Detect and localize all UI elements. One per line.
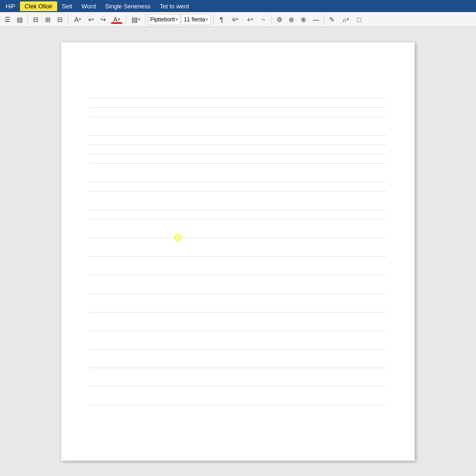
doc-line-3 — [89, 117, 387, 117]
settings4-button[interactable]: — — [310, 14, 321, 25]
align-left-icon: ▤ — [17, 16, 23, 23]
unknown1-button[interactable]: ⊟ — [54, 14, 66, 25]
doc-line-5 — [89, 145, 387, 145]
doc-line-10 — [89, 210, 387, 210]
toolbar: ☰▤⊟⊞⊟A▾↩↪A▾▤▾Piptieborlt▾11 fienta▾¶≡▾+▾… — [0, 12, 476, 27]
bullet-list-icon: ☰ — [5, 16, 11, 23]
save-button[interactable]: ⊞ — [42, 14, 53, 25]
settings4-icon: — — [312, 16, 319, 23]
font-name-label: Piptieborlt — [150, 16, 175, 23]
toolbar-separator-1 — [68, 15, 68, 24]
highlight-button[interactable]: A▾ — [110, 14, 124, 25]
doc-line-6 — [89, 154, 387, 154]
search-button[interactable]: ⌕▾ — [338, 14, 352, 25]
doc-line-9 — [89, 191, 387, 192]
text-style-icon: A — [74, 16, 79, 23]
dropdown-arrow: ▾ — [79, 17, 81, 21]
toolbar-separator-3 — [145, 15, 145, 24]
paragraph-button[interactable]: ¶ — [216, 14, 227, 25]
redo-button[interactable]: ↪ — [98, 14, 109, 25]
settings2-button[interactable]: ⊛ — [286, 14, 297, 25]
menu-item-word[interactable]: Word — [77, 1, 100, 11]
menu-item-single-seneness[interactable]: Single Seneness — [100, 1, 155, 11]
close-button[interactable]: □ — [353, 14, 364, 25]
minus-icon: − — [261, 16, 265, 23]
settings3-button[interactable]: ⊕ — [298, 14, 309, 25]
menu-item-hip[interactable]: HiP — [1, 1, 20, 11]
text-style-button[interactable]: A▾ — [71, 14, 85, 25]
line-spacing-button[interactable]: ≡▾ — [228, 14, 242, 25]
toolbar-separator-0 — [27, 15, 28, 24]
doc-line-15 — [89, 293, 387, 294]
dropdown-arrow: ▾ — [347, 17, 349, 21]
doc-line-13 — [89, 256, 387, 257]
paragraph-icon: ¶ — [220, 16, 224, 23]
dropdown-arrow: ▾ — [176, 17, 178, 22]
doc-line-7 — [89, 163, 387, 164]
minus-button[interactable]: − — [258, 14, 269, 25]
dropdown-arrow: ▾ — [251, 17, 253, 21]
settings1-button[interactable]: ⚙ — [274, 14, 285, 25]
main-content — [0, 27, 476, 476]
plus-button[interactable]: +▾ — [243, 14, 257, 25]
settings1-icon: ⚙ — [277, 16, 283, 23]
doc-line-18 — [89, 349, 387, 350]
menu-item-seit[interactable]: Seit — [57, 1, 77, 11]
doc-line-14 — [89, 275, 387, 275]
bullet-list-button[interactable]: ☰ — [2, 14, 13, 25]
font-name-dropdown[interactable]: Piptieborlt▾ — [148, 14, 180, 25]
plus-icon: + — [247, 16, 251, 23]
align-justify-icon: ▤ — [132, 16, 138, 23]
doc-line-2 — [89, 107, 387, 108]
doc-line-20 — [89, 386, 387, 387]
doc-line-21 — [89, 405, 387, 405]
document-page[interactable] — [61, 42, 415, 461]
toolbar-separator-5 — [271, 15, 271, 24]
doc-line-16 — [89, 312, 387, 312]
align-justify-button[interactable]: ▤▾ — [129, 14, 143, 25]
print-button[interactable]: ⊟ — [30, 14, 41, 25]
menu-item-tet-to-went[interactable]: Tet to went — [155, 1, 194, 11]
toolbar-separator-2 — [126, 15, 126, 24]
doc-line-8 — [89, 182, 387, 182]
edit1-icon: ✎ — [329, 16, 335, 23]
toolbar-separator-6 — [324, 15, 324, 24]
menu-bar: HiPClek OlloirSeitWordSingle SenenessTet… — [0, 0, 476, 12]
redo-icon: ↪ — [100, 16, 106, 23]
dropdown-arrow: ▾ — [138, 17, 140, 21]
font-size-dropdown[interactable]: 11 fienta▾ — [181, 14, 211, 25]
doc-line-17 — [89, 331, 387, 331]
font-size-label: 11 fienta — [184, 16, 205, 23]
undo-button[interactable]: ↩ — [86, 14, 97, 25]
close-icon: □ — [357, 16, 361, 23]
settings2-icon: ⊛ — [289, 16, 294, 23]
dropdown-arrow: ▾ — [118, 17, 120, 21]
doc-line-4 — [89, 135, 387, 136]
dropdown-arrow: ▾ — [236, 17, 238, 21]
save-icon: ⊞ — [45, 16, 51, 23]
unknown1-icon: ⊟ — [57, 16, 63, 23]
line-spacing-icon: ≡ — [232, 16, 236, 23]
highlight-icon: A — [113, 16, 118, 23]
search-icon: ⌕ — [343, 16, 346, 23]
toolbar-separator-4 — [213, 15, 213, 24]
edit1-button[interactable]: ✎ — [326, 14, 337, 25]
align-left-button[interactable]: ▤ — [14, 14, 25, 25]
menu-item-clek-olloir[interactable]: Clek Olloir — [20, 1, 57, 11]
doc-line-12 — [89, 238, 387, 238]
print-icon: ⊟ — [33, 16, 39, 23]
doc-line-11 — [89, 219, 387, 219]
doc-line-19 — [89, 368, 387, 368]
settings3-icon: ⊕ — [301, 16, 306, 23]
dropdown-arrow: ▾ — [206, 17, 208, 22]
undo-icon: ↩ — [88, 16, 94, 23]
doc-line-1 — [89, 98, 387, 99]
cursor-dot — [174, 233, 182, 242]
